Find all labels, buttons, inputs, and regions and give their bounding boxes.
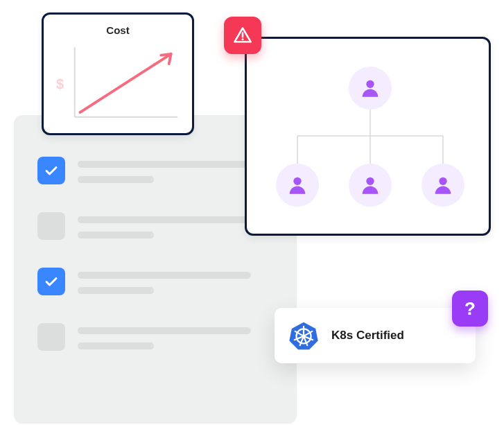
line-chart-icon: [55, 39, 181, 125]
person-icon: [358, 76, 382, 100]
placeholder-lines: [78, 323, 273, 349]
svg-line-2: [80, 54, 171, 112]
person-node-child: [276, 164, 319, 207]
kubernetes-icon: [288, 320, 319, 351]
person-icon: [286, 173, 309, 197]
placeholder-lines: [78, 157, 273, 183]
person-node-child: [422, 164, 464, 207]
alert-triangle-icon: [233, 26, 252, 45]
alert-badge: [224, 17, 261, 54]
org-chart-card: [245, 37, 491, 236]
check-icon: [43, 162, 60, 179]
checklist-item: [37, 268, 273, 295]
help-badge[interactable]: ?: [452, 290, 488, 327]
person-icon: [358, 173, 382, 197]
checkbox-checked[interactable]: [37, 268, 65, 295]
person-node-root: [349, 67, 392, 110]
checklist-item: [37, 157, 273, 184]
placeholder-lines: [78, 212, 273, 238]
checkbox-checked[interactable]: [37, 157, 65, 184]
person-node-child: [349, 164, 392, 207]
k8s-label: K8s Certified: [331, 329, 404, 342]
svg-point-10: [366, 177, 374, 185]
question-icon: ?: [464, 298, 476, 320]
currency-label: $: [56, 76, 64, 92]
checkbox-unchecked[interactable]: [37, 323, 65, 351]
checklist-item: [37, 212, 273, 240]
check-icon: [43, 273, 60, 290]
cost-card: Cost $: [42, 12, 194, 135]
placeholder-lines: [78, 268, 273, 294]
svg-point-8: [366, 80, 374, 88]
k8s-certified-card: K8s Certified: [275, 308, 476, 363]
svg-point-9: [293, 177, 301, 185]
cost-chart: $: [55, 39, 181, 125]
checklist-item: [37, 323, 273, 351]
svg-point-13: [241, 38, 243, 40]
checkbox-unchecked[interactable]: [37, 212, 65, 240]
cost-title: Cost: [55, 24, 181, 36]
svg-point-11: [439, 177, 446, 185]
person-icon: [431, 173, 455, 197]
